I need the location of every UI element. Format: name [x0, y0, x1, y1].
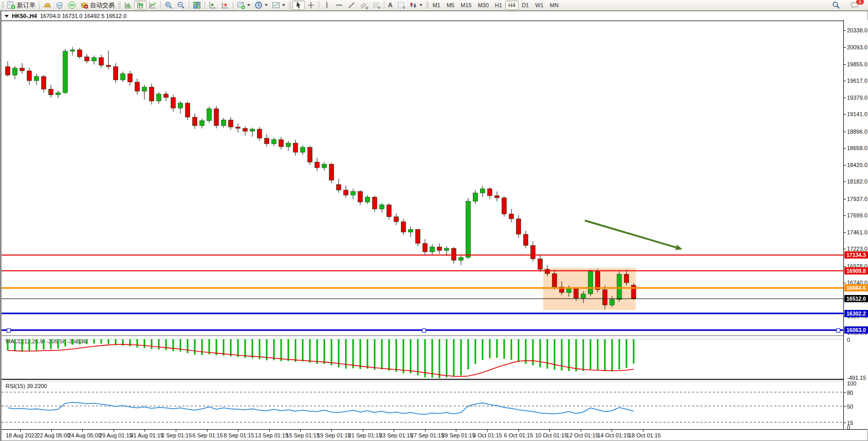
candle	[531, 241, 535, 262]
candle	[337, 179, 341, 193]
time-axis-label: 29 Aug 01:15	[99, 432, 133, 438]
time-axis-label: 6 Oct 01:15	[504, 432, 533, 438]
price-axis-label: 17699.0	[847, 212, 867, 218]
new-order-button[interactable]: 新订单	[5, 1, 38, 10]
auto-scroll-button[interactable]	[219, 1, 231, 10]
rsi-plot[interactable]	[2, 382, 843, 430]
line-chart-button[interactable]	[146, 1, 159, 10]
time-axis-label: 14 Oct 01:15	[597, 432, 630, 438]
timeframe-m5[interactable]: M5	[444, 1, 457, 10]
signal-icon	[68, 1, 76, 9]
periods-button[interactable]	[252, 1, 270, 10]
timeframe-mn[interactable]: MN	[547, 1, 562, 10]
price-tag-16302.2: 16302.2	[844, 310, 868, 317]
candle	[509, 209, 514, 223]
channel-button[interactable]: E	[358, 1, 370, 10]
candle	[250, 127, 255, 137]
time-axis-label: 15 Sep 01:15	[286, 432, 319, 438]
price-axis-label: 18182.0	[847, 178, 867, 185]
dropdown-caret-icon[interactable]	[282, 4, 285, 6]
vline-icon	[323, 1, 331, 9]
channel-icon: E	[360, 1, 368, 9]
candle	[243, 126, 248, 136]
time-axis-label: 21 Sep 01:15	[348, 432, 382, 438]
tile-windows-button[interactable]	[191, 1, 203, 10]
candle	[63, 49, 68, 94]
timeframe-m30[interactable]: M30	[475, 1, 492, 10]
collapse-icon[interactable]	[5, 15, 9, 17]
candle	[516, 215, 521, 238]
timeframe-h4[interactable]: H4	[505, 1, 519, 10]
toolbar-separator	[205, 1, 205, 9]
candles-plot[interactable]	[2, 21, 843, 336]
price-chart-pane[interactable]	[2, 21, 843, 336]
candles-chart-button[interactable]	[134, 1, 146, 10]
line-drag-handle[interactable]	[836, 328, 840, 333]
trendline-button[interactable]	[345, 1, 358, 10]
vline-button[interactable]	[321, 1, 333, 10]
autotrade-button[interactable]: 自动交易	[78, 1, 117, 10]
toolbar-grip[interactable]	[289, 2, 291, 9]
text-label-button[interactable]: T	[395, 1, 407, 10]
hline-button[interactable]	[333, 1, 345, 10]
fibo-icon: F	[372, 1, 380, 9]
candle	[229, 117, 233, 130]
toolbar-grip[interactable]	[426, 2, 429, 9]
line-drag-handle[interactable]	[422, 328, 426, 333]
price-axis-label: 19379.0	[847, 95, 867, 101]
rsi-line	[8, 402, 634, 414]
search-button[interactable]	[830, 1, 842, 10]
notifications-button[interactable]: 1	[848, 1, 861, 10]
candle	[502, 196, 507, 217]
auto-scroll-icon	[221, 1, 229, 9]
arrows-button[interactable]	[407, 1, 424, 10]
crosshair-button[interactable]	[305, 1, 317, 10]
candle	[466, 198, 471, 259]
timeframe-m15[interactable]: M15	[457, 1, 474, 10]
text-button[interactable]: A	[386, 1, 395, 10]
price-axis: 20338.020093.019855.019617.019379.019141…	[843, 20, 868, 430]
macd-pane[interactable]: MACD(12,26,9) -305.58 -358.36	[2, 337, 843, 380]
candle	[329, 163, 334, 183]
zoom-out-button[interactable]	[175, 1, 187, 10]
dropdown-caret-icon[interactable]	[419, 4, 422, 6]
candle	[437, 244, 442, 254]
candle	[128, 71, 133, 86]
candle	[27, 68, 32, 85]
rsi-pane[interactable]: RSI(15) 39.2200	[2, 382, 843, 430]
timeframe-h1[interactable]: H1	[492, 1, 505, 10]
time-axis-label: 29 Sep 01:15	[441, 432, 475, 438]
symbol-period: HK50-,H4	[12, 13, 37, 19]
bars-chart-button[interactable]	[122, 1, 134, 10]
dropdown-caret-icon[interactable]	[265, 4, 268, 6]
label-box-icon: T	[397, 1, 405, 9]
indicators-button[interactable]	[235, 1, 252, 10]
timeframe-d1[interactable]: D1	[519, 1, 532, 10]
candle	[416, 229, 420, 246]
candle	[157, 92, 161, 104]
templates-button[interactable]	[270, 1, 287, 10]
ohlc-values: 16704.0 16731.0 16492.5 16512.0	[40, 13, 126, 19]
zoom-in-button[interactable]	[162, 1, 175, 10]
fibonacci-button[interactable]: F	[370, 1, 382, 10]
timeframe-w1[interactable]: W1	[532, 1, 547, 10]
trend-arrow[interactable]	[585, 220, 676, 247]
gold-bars-button[interactable]	[41, 1, 53, 10]
line-drag-handle[interactable]	[7, 328, 11, 333]
cursor-button[interactable]	[292, 1, 305, 10]
time-axis-label: 18 Aug 2022	[6, 432, 38, 438]
toolbar-grip[interactable]	[2, 2, 4, 9]
macd-plot[interactable]	[2, 337, 843, 380]
dropdown-caret-icon[interactable]	[247, 4, 250, 6]
price-axis-label: 18896.0	[847, 128, 867, 135]
tile-windows-icon	[193, 1, 201, 9]
cloud-pc-button[interactable]	[53, 1, 66, 10]
signal-button[interactable]	[66, 1, 78, 10]
timeframe-m1[interactable]: M1	[430, 1, 444, 10]
toolbar-buttons: 新订单自动交易EFATM1M5M15M30H1H4D1W1MN	[0, 0, 562, 10]
candle	[236, 123, 241, 133]
toolbar-grip[interactable]	[118, 2, 121, 9]
chart-shift-button[interactable]	[207, 1, 219, 10]
line-chart-icon	[149, 1, 157, 9]
time-axis-label: 10 Oct 01:15	[535, 432, 567, 438]
